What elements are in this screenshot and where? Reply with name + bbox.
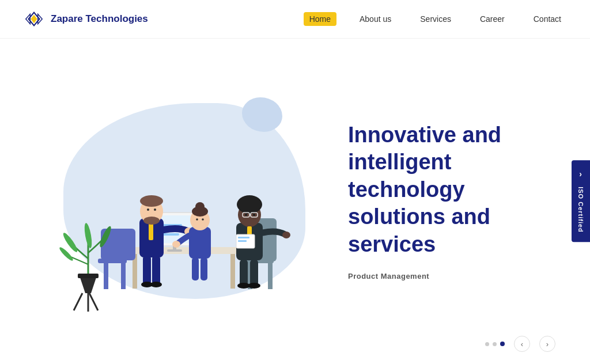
svg-rect-34 [189, 227, 211, 259]
svg-rect-54 [238, 237, 249, 238]
svg-point-52 [282, 232, 290, 238]
dot-1[interactable] [485, 342, 489, 346]
svg-point-45 [237, 195, 262, 214]
svg-rect-24 [152, 256, 160, 285]
hero-subtitle: Product Management [348, 272, 555, 280]
prev-button[interactable]: ‹ [514, 336, 530, 352]
bottom-navigation: ‹ › [485, 336, 555, 352]
svg-point-38 [196, 218, 198, 221]
svg-rect-57 [250, 260, 258, 286]
svg-point-39 [202, 218, 204, 221]
svg-rect-42 [201, 257, 207, 280]
svg-point-31 [147, 208, 149, 211]
svg-rect-41 [192, 257, 199, 280]
svg-rect-23 [143, 256, 151, 285]
logo-text: Zapare Technologies [51, 13, 148, 25]
svg-point-29 [140, 195, 163, 207]
svg-rect-9 [121, 263, 126, 289]
nav-about[interactable]: About us [354, 12, 397, 26]
svg-marker-60 [80, 276, 97, 293]
svg-point-59 [248, 283, 260, 289]
svg-rect-21 [167, 249, 182, 252]
logo-area: Zapare Technologies [23, 8, 148, 30]
hero-text: Innovative and intelligent technology so… [336, 122, 555, 281]
logo-icon [23, 8, 45, 30]
hero-section: Innovative and intelligent technology so… [0, 39, 590, 363]
svg-point-40 [172, 241, 180, 248]
dot-3[interactable] [500, 342, 505, 346]
svg-rect-56 [240, 260, 248, 286]
nav-career[interactable]: Career [474, 12, 510, 26]
svg-rect-8 [104, 263, 108, 289]
svg-point-49 [245, 214, 247, 216]
hero-title: Innovative and intelligent technology so… [348, 122, 555, 259]
svg-point-50 [253, 214, 255, 216]
svg-rect-6 [230, 254, 235, 289]
svg-line-64 [89, 293, 98, 310]
iso-arrow-icon: › [579, 169, 583, 179]
svg-rect-27 [149, 223, 153, 240]
svg-point-65 [83, 222, 93, 248]
svg-rect-55 [238, 240, 247, 242]
illustration-container [46, 80, 323, 322]
iso-certified-badge[interactable]: › ISO Certified [572, 160, 590, 242]
iso-label: ISO Certified [577, 187, 584, 233]
svg-rect-61 [78, 274, 99, 278]
svg-point-30 [143, 217, 160, 225]
svg-point-37 [195, 202, 205, 211]
svg-point-26 [150, 282, 162, 287]
svg-point-32 [154, 208, 156, 211]
dot-2[interactable] [493, 342, 497, 346]
pagination-dots [485, 342, 505, 346]
nav-home[interactable]: Home [304, 12, 336, 26]
main-nav: Home About us Services Career Contact [304, 12, 567, 26]
nav-contact[interactable]: Contact [528, 12, 567, 26]
svg-line-62 [74, 293, 82, 310]
svg-rect-13 [268, 263, 273, 289]
header: Zapare Technologies Home About us Servic… [0, 0, 590, 39]
nav-services[interactable]: Services [414, 12, 457, 26]
next-button[interactable]: › [539, 336, 555, 352]
hero-illustration [46, 80, 323, 322]
